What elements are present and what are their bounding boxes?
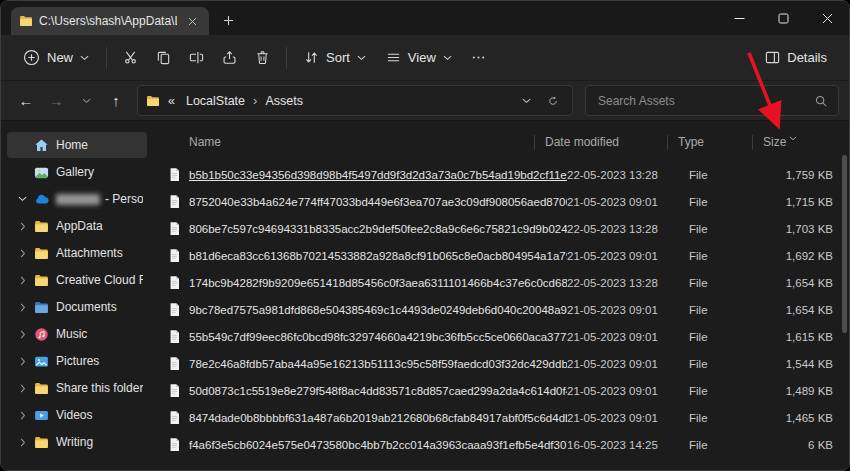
- file-size: 1,759 KB: [763, 169, 849, 181]
- sidebar-item-pictures[interactable]: Pictures: [7, 348, 147, 374]
- file-date-modified: 22-05-2023 13:28: [567, 169, 689, 181]
- music-icon: [34, 327, 51, 342]
- copy-button[interactable]: [147, 43, 180, 72]
- forward-button[interactable]: →: [41, 86, 71, 116]
- file-type: File: [689, 277, 763, 289]
- refresh-button[interactable]: [542, 90, 564, 112]
- refresh-icon: [548, 94, 558, 108]
- expand-chevron-icon[interactable]: [16, 330, 29, 339]
- new-button[interactable]: New: [13, 42, 99, 73]
- details-button-label: Details: [787, 50, 827, 65]
- file-row[interactable]: 55b549c7df99eec86fc0bcd98fc32974660a4219…: [153, 323, 849, 350]
- breadcrumb-localstate[interactable]: LocalState: [183, 93, 248, 109]
- column-divider[interactable]: [667, 135, 668, 150]
- file-date-modified: 22-05-2023 13:28: [567, 277, 689, 289]
- expand-chevron-icon[interactable]: [16, 357, 29, 366]
- column-header-date-modified[interactable]: Date modified: [545, 135, 667, 149]
- sidebar-item-music[interactable]: Music: [7, 321, 147, 347]
- toolbar-divider: [286, 47, 287, 69]
- view-button[interactable]: View: [376, 43, 462, 72]
- sidebar-list: Home Gallery - Personal AppData Attachme…: [1, 121, 153, 470]
- new-tab-button[interactable]: [215, 7, 241, 33]
- file-name: 8752040e33b4a624e774ff47033bd449e6f3ea70…: [189, 196, 567, 208]
- pictures-icon: [34, 354, 51, 369]
- column-divider[interactable]: [534, 135, 535, 150]
- expand-chevron-icon[interactable]: [16, 222, 29, 231]
- expand-chevron-icon[interactable]: [16, 276, 29, 285]
- expand-chevron-icon[interactable]: [16, 303, 29, 312]
- minimize-button[interactable]: [717, 1, 761, 35]
- rename-button[interactable]: [180, 43, 213, 72]
- sidebar-item-home[interactable]: Home: [7, 132, 147, 158]
- explorer-tab[interactable]: C:\Users\shash\AppData\Local: [11, 7, 209, 35]
- column-header-size[interactable]: Size: [763, 135, 849, 149]
- sidebar-item-label: - Personal: [105, 192, 143, 206]
- plus-circle-icon: [23, 49, 40, 66]
- expand-chevron-icon[interactable]: [16, 249, 29, 258]
- tab-close-button[interactable]: [183, 12, 201, 30]
- sort-icon: [304, 50, 319, 65]
- cut-button[interactable]: [114, 43, 147, 72]
- breadcrumb-assets[interactable]: Assets: [262, 93, 306, 109]
- file-row[interactable]: 50d0873c1c5519e8e279f548f8ac4dd83571c8d8…: [153, 377, 849, 404]
- file-date-modified: 21-05-2023 09:01: [567, 385, 689, 397]
- sidebar-item-share-this-folder[interactable]: Share this folder: [7, 375, 147, 401]
- sidebar-item-videos[interactable]: Videos: [7, 402, 147, 428]
- file-date-modified: 21-05-2023 09:01: [567, 250, 689, 262]
- more-options-button[interactable]: [462, 43, 495, 72]
- rename-icon: [189, 50, 204, 65]
- breadcrumb-collapsed[interactable]: «: [165, 93, 178, 109]
- maximize-button[interactable]: [761, 1, 805, 35]
- scrollbar-thumb[interactable]: [842, 155, 847, 333]
- column-divider[interactable]: [752, 135, 753, 150]
- file-icon: [167, 329, 183, 344]
- sidebar-item-gallery[interactable]: Gallery: [7, 159, 147, 185]
- sidebar-item-documents[interactable]: Documents: [7, 294, 147, 320]
- sidebar-item-onedrive[interactable]: - Personal: [7, 186, 147, 212]
- file-row[interactable]: 806be7c597c94694331b8335acc2b9def50fee2c…: [153, 215, 849, 242]
- file-icon: [167, 437, 183, 452]
- file-date-modified: 22-05-2023 13:28: [567, 223, 689, 235]
- column-header-name[interactable]: Name: [153, 135, 534, 149]
- file-row[interactable]: b81d6eca83cc61368b70214533882a928a8cf91b…: [153, 242, 849, 269]
- vertical-scrollbar[interactable]: [842, 155, 847, 462]
- search-input[interactable]: [596, 93, 814, 109]
- details-button[interactable]: Details: [755, 43, 837, 72]
- back-button[interactable]: ←: [11, 86, 41, 116]
- sidebar-item-attachments[interactable]: Attachments: [7, 240, 147, 266]
- sidebar-item-creative-cloud-file[interactable]: Creative Cloud File: [7, 267, 147, 293]
- sidebar-item-writing[interactable]: Writing: [7, 429, 147, 455]
- file-size: 1,715 KB: [763, 196, 849, 208]
- delete-button[interactable]: [246, 43, 279, 72]
- file-row[interactable]: b5b1b50c33e94356d398d98b4f5497dd9f3d2d3a…: [153, 161, 849, 188]
- chevron-down-icon: [80, 55, 89, 61]
- home-icon: [34, 138, 51, 153]
- file-row[interactable]: 8474dade0b8bbbbf631a487a6b2019ab212680b6…: [153, 404, 849, 431]
- expand-chevron-icon[interactable]: [16, 196, 29, 202]
- share-button[interactable]: [213, 43, 246, 72]
- file-row[interactable]: 8752040e33b4a624e774ff47033bd449e6f3ea70…: [153, 188, 849, 215]
- file-row[interactable]: 9bc78ed7575a981dfd868e504385469c1c4493de…: [153, 296, 849, 323]
- address-dropdown-button[interactable]: [515, 90, 537, 112]
- file-type: File: [689, 331, 763, 343]
- navigation-bar: ← → ↑ « LocalState › Assets: [1, 81, 849, 121]
- up-button[interactable]: ↑: [101, 86, 131, 116]
- address-bar[interactable]: « LocalState › Assets: [137, 85, 573, 116]
- file-row[interactable]: 78e2c46a8fdb57aba44a95e16213b51113c95c58…: [153, 350, 849, 377]
- chevron-down-icon: [443, 55, 452, 61]
- recent-locations-button[interactable]: [71, 86, 101, 116]
- file-size: 1,703 KB: [763, 223, 849, 235]
- expand-chevron-icon[interactable]: [16, 384, 29, 393]
- close-button[interactable]: [805, 1, 849, 35]
- file-row[interactable]: 174bc9b4282f9b9209e651418d85456c0f3aea63…: [153, 269, 849, 296]
- sort-button[interactable]: Sort: [294, 43, 376, 72]
- column-header-type[interactable]: Type: [678, 135, 752, 149]
- expand-chevron-icon[interactable]: [16, 438, 29, 447]
- sidebar-item-appdata[interactable]: AppData: [7, 213, 147, 239]
- sidebar-item-label: Gallery: [56, 165, 143, 179]
- expand-chevron-icon[interactable]: [16, 411, 29, 420]
- file-row[interactable]: f4a6f3e5cb6024e575e0473580bc4bb7b2cc014a…: [153, 431, 849, 458]
- file-name: 78e2c46a8fdb57aba44a95e16213b51113c95c58…: [189, 358, 567, 370]
- redacted-text: [56, 194, 100, 205]
- file-date-modified: 21-05-2023 09:01: [567, 331, 689, 343]
